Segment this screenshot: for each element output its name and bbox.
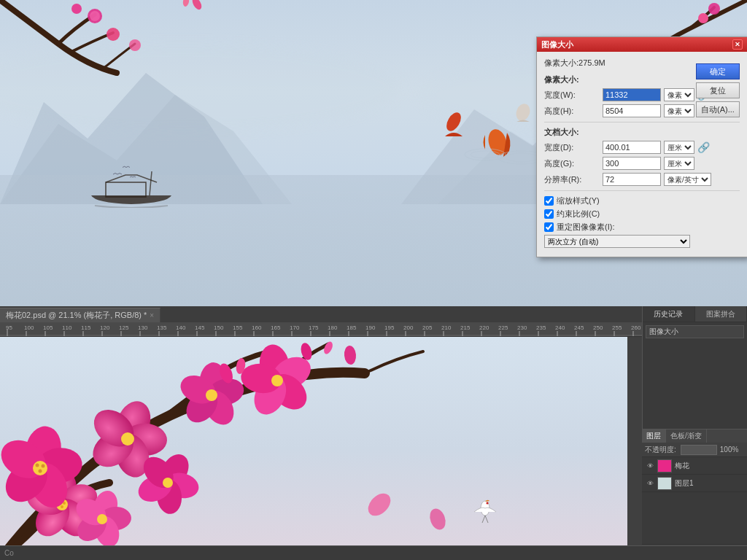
svg-text:180: 180 bbox=[328, 324, 338, 331]
svg-point-126 bbox=[271, 375, 283, 386]
history-tabs: 历史记录 图案拼合 bbox=[643, 306, 747, 322]
svg-text:120: 120 bbox=[100, 324, 110, 331]
height-unit-select[interactable]: 像素 bbox=[664, 104, 694, 117]
dialog-ok-button[interactable]: 确定 bbox=[696, 63, 740, 79]
layer-eye-1[interactable]: 👁 bbox=[645, 478, 655, 489]
document-tab[interactable]: 梅花02.psd @ 21.1% (梅花子, RGB/8) * × bbox=[0, 308, 160, 322]
height-row: 高度(H): 像素 bbox=[544, 104, 689, 117]
layer-toolbar: 不透明度: 100% bbox=[642, 443, 747, 457]
doc-height-label: 高度(G): bbox=[544, 158, 603, 169]
history-content: 图像大小 bbox=[643, 322, 747, 424]
dialog-reset-button[interactable]: 复位 bbox=[696, 82, 740, 98]
history-item[interactable]: 图像大小 bbox=[646, 325, 744, 338]
tab-bar: 梅花02.psd @ 21.1% (梅花子, RGB/8) * × bbox=[0, 306, 642, 322]
constrain-label: 约束比例(C) bbox=[557, 209, 600, 219]
canvas-area bbox=[0, 337, 642, 560]
doc-width-row: 宽度(D): 厘米 🔗 bbox=[544, 141, 689, 154]
dialog-title: 图像大小 bbox=[541, 39, 573, 50]
svg-text:220: 220 bbox=[479, 324, 489, 331]
svg-text:110: 110 bbox=[62, 324, 72, 331]
flowers-svg bbox=[0, 337, 627, 560]
scale-styles-label: 缩放样式(Y) bbox=[557, 195, 600, 206]
svg-text:125: 125 bbox=[119, 324, 129, 331]
dialog-titlebar: 图像大小 ✕ bbox=[537, 37, 747, 52]
svg-text:215: 215 bbox=[460, 324, 471, 331]
status-bar: Co bbox=[0, 545, 747, 560]
svg-point-99 bbox=[61, 505, 63, 508]
resample-label: 重定图像像素(I): bbox=[557, 222, 614, 233]
bird-2 bbox=[123, 161, 130, 171]
svg-point-132 bbox=[97, 514, 107, 524]
layer-eye-0[interactable]: 👁 bbox=[645, 461, 655, 471]
width-unit-select[interactable]: 像素 bbox=[664, 88, 694, 101]
svg-point-112 bbox=[36, 464, 39, 467]
layer-tab-layers[interactable]: 图层 bbox=[642, 429, 666, 443]
svg-point-120 bbox=[206, 389, 217, 401]
svg-text:260: 260 bbox=[631, 324, 641, 331]
svg-point-138 bbox=[163, 478, 173, 488]
svg-text:95: 95 bbox=[6, 324, 12, 331]
doc-width-label: 宽度(D): bbox=[544, 142, 603, 153]
svg-text:130: 130 bbox=[138, 324, 148, 331]
tab-label: 梅花02.psd @ 21.1% (梅花子, RGB/8) * bbox=[6, 310, 147, 321]
svg-text:235: 235 bbox=[536, 324, 546, 331]
pattern-tab[interactable]: 图案拼合 bbox=[695, 306, 748, 322]
height-label: 高度(H): bbox=[544, 106, 603, 117]
width-row: 宽度(W): 像素 🔗 bbox=[544, 88, 689, 101]
layer-item-1[interactable]: 👁 图层1 bbox=[642, 475, 747, 492]
scale-styles-checkbox[interactable] bbox=[544, 196, 554, 206]
ps-workspace: 梅花02.psd @ 21.1% (梅花子, RGB/8) * × 95 100… bbox=[0, 306, 747, 560]
svg-text:150: 150 bbox=[214, 324, 224, 331]
svg-point-9 bbox=[708, 3, 720, 15]
svg-point-105 bbox=[121, 432, 134, 446]
svg-text:190: 190 bbox=[365, 324, 376, 331]
svg-point-114 bbox=[39, 470, 42, 473]
width-input[interactable] bbox=[603, 88, 661, 101]
layer-thumb-0 bbox=[657, 459, 672, 472]
layer-name-1: 图层1 bbox=[675, 478, 694, 489]
layer-thumb-1 bbox=[657, 477, 672, 490]
dialog-close-button[interactable]: ✕ bbox=[732, 39, 743, 50]
resample-checkbox[interactable] bbox=[544, 222, 554, 232]
svg-text:160: 160 bbox=[252, 324, 262, 331]
branch-top-left bbox=[0, 0, 204, 102]
svg-text:140: 140 bbox=[176, 324, 186, 331]
status-text: Co bbox=[4, 549, 14, 557]
layer-tabs: 图层 色板/渐变 bbox=[642, 429, 747, 443]
doc-height-input[interactable] bbox=[603, 157, 661, 170]
svg-rect-11 bbox=[106, 182, 146, 197]
svg-text:200: 200 bbox=[403, 324, 414, 331]
dialog-auto-button[interactable]: 自动(A)... bbox=[696, 101, 740, 117]
svg-text:185: 185 bbox=[347, 324, 357, 331]
resolution-label: 分辨率(R): bbox=[544, 174, 603, 185]
layer-item-0[interactable]: 👁 梅花 bbox=[642, 457, 747, 475]
svg-point-1 bbox=[90, 11, 100, 21]
layer-tab-swatches[interactable]: 色板/渐变 bbox=[666, 429, 707, 443]
resolution-unit-select[interactable]: 像素/英寸 bbox=[664, 173, 711, 186]
svg-text:105: 105 bbox=[43, 324, 53, 331]
opacity-input[interactable] bbox=[681, 445, 717, 455]
doc-width-input[interactable] bbox=[603, 141, 661, 154]
svg-text:250: 250 bbox=[593, 324, 603, 331]
constrain-checkbox[interactable] bbox=[544, 209, 554, 219]
svg-text:165: 165 bbox=[271, 324, 281, 331]
fish-white bbox=[511, 104, 536, 128]
svg-point-13 bbox=[444, 111, 464, 133]
svg-text:245: 245 bbox=[574, 324, 584, 331]
svg-text:115: 115 bbox=[81, 324, 91, 331]
doc-height-unit-select[interactable]: 厘米 bbox=[664, 157, 694, 170]
resample-method-select[interactable]: 两次立方 (自动) bbox=[544, 235, 690, 248]
history-tab[interactable]: 历史记录 bbox=[643, 306, 695, 322]
tab-close-btn[interactable]: × bbox=[150, 311, 154, 319]
resolution-input[interactable] bbox=[603, 173, 661, 186]
svg-text:240: 240 bbox=[555, 324, 565, 331]
svg-point-5 bbox=[190, 0, 204, 11]
height-input[interactable] bbox=[603, 104, 661, 117]
svg-point-15 bbox=[514, 104, 532, 122]
svg-text:255: 255 bbox=[612, 324, 622, 331]
scale-styles-row: 缩放样式(Y) bbox=[544, 195, 740, 206]
doc-width-unit-select[interactable]: 厘米 bbox=[664, 141, 694, 154]
svg-point-19 bbox=[506, 153, 538, 162]
width-label: 宽度(W): bbox=[544, 90, 603, 101]
svg-text:195: 195 bbox=[384, 324, 395, 331]
